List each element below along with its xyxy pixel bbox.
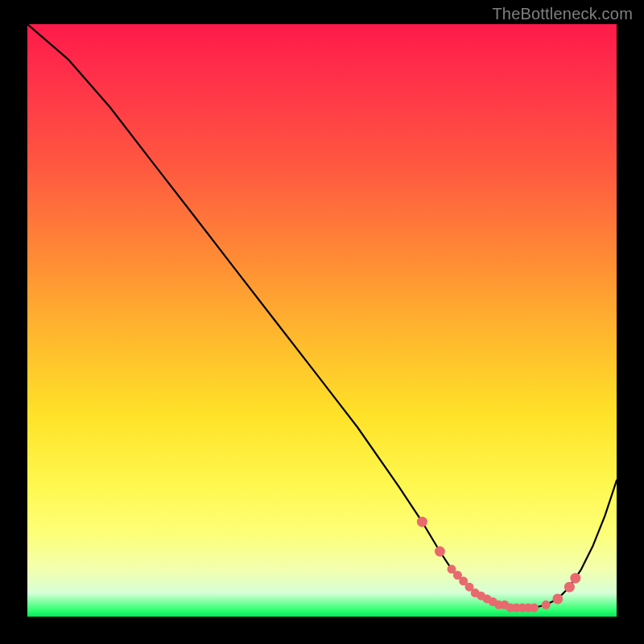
highlight-dot — [570, 573, 580, 584]
plot-frame — [27, 24, 617, 617]
curve-layer — [27, 24, 617, 617]
attribution-text: TheBottleneck.com — [492, 5, 633, 23]
bottleneck-curve — [27, 24, 617, 608]
highlight-dot — [542, 601, 551, 609]
highlight-dot — [417, 517, 427, 527]
highlight-dot — [552, 593, 563, 604]
highlight-dot — [435, 547, 445, 557]
highlight-dot — [564, 582, 575, 592]
chart-stage: TheBottleneck.com — [0, 0, 644, 644]
highlight-dot — [530, 604, 539, 613]
optimal-range-dots — [417, 517, 580, 613]
